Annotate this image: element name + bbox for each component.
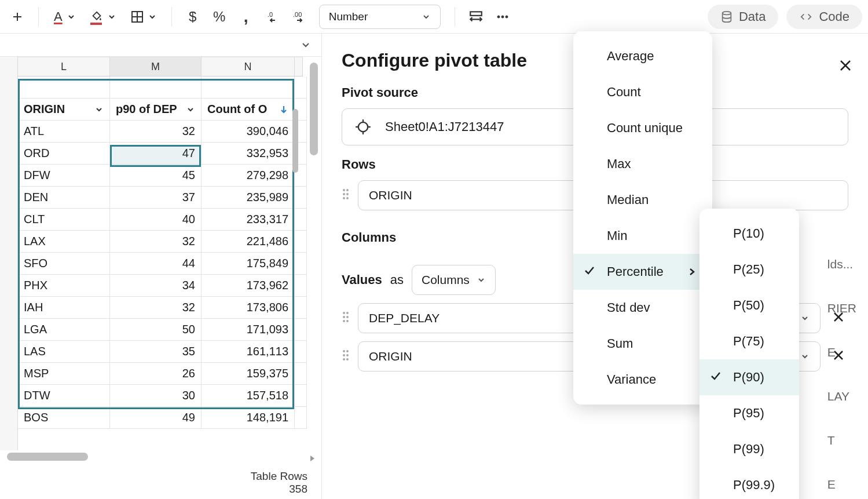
cell[interactable] (295, 363, 307, 385)
cell[interactable]: 157,518 (202, 385, 295, 407)
cell[interactable]: 37 (110, 187, 202, 209)
menu-item[interactable]: P(10) (699, 216, 799, 252)
cell[interactable]: 44 (110, 253, 202, 275)
cell[interactable] (295, 253, 307, 275)
cell[interactable]: 50 (110, 319, 202, 341)
cell[interactable] (295, 187, 307, 209)
currency-button[interactable]: $ (181, 5, 204, 28)
cell[interactable]: SFO (18, 253, 110, 275)
cell[interactable]: 40 (110, 209, 202, 231)
cell[interactable]: 235,989 (202, 187, 295, 209)
table-scrollbar[interactable] (292, 109, 298, 173)
cell[interactable]: 221,486 (202, 231, 295, 253)
field-list-item[interactable]: RIER (827, 286, 856, 330)
drag-handle-icon[interactable] (342, 311, 350, 326)
cell[interactable] (295, 341, 307, 363)
menu-item[interactable]: P(99) (699, 431, 799, 467)
menu-item[interactable]: P(75) (699, 323, 799, 359)
cell[interactable]: 35 (110, 341, 202, 363)
menu-item[interactable]: Average (573, 38, 712, 74)
cell[interactable]: 30 (110, 385, 202, 407)
menu-item[interactable]: P(99.9) (699, 467, 799, 499)
cell[interactable] (295, 275, 307, 297)
field-list-item[interactable]: lds... (827, 242, 856, 286)
cell[interactable] (110, 77, 202, 99)
cell[interactable]: 148,191 (202, 407, 295, 429)
cell[interactable]: ORD (18, 143, 110, 165)
table-column-header[interactable]: p90 of DEP (110, 99, 202, 121)
cell[interactable]: 32 (110, 121, 202, 143)
cell[interactable]: LGA (18, 319, 110, 341)
table-column-header[interactable]: ORIGIN (18, 99, 110, 121)
table-column-header[interactable]: Count of O (202, 99, 295, 121)
vertical-scrollbar[interactable] (310, 63, 318, 155)
code-chip[interactable]: Code (786, 5, 862, 29)
cell[interactable]: 32 (110, 297, 202, 319)
cell[interactable] (295, 385, 307, 407)
close-button[interactable] (838, 58, 853, 76)
cell[interactable]: 173,806 (202, 297, 295, 319)
field-list-item[interactable]: LAY (827, 374, 856, 418)
cell[interactable]: DEN (18, 187, 110, 209)
menu-item[interactable]: Count (573, 74, 712, 110)
fill-color-button[interactable] (85, 5, 122, 28)
formula-bar[interactable] (0, 34, 321, 57)
cell[interactable] (295, 77, 307, 99)
cell[interactable]: 34 (110, 275, 202, 297)
menu-item[interactable]: Max (573, 146, 712, 182)
cell[interactable]: 26 (110, 363, 202, 385)
data-chip[interactable]: Data (708, 5, 778, 29)
cell[interactable]: 32 (110, 231, 202, 253)
drag-handle-icon[interactable] (342, 349, 350, 365)
horizontal-scrollbar[interactable] (7, 453, 88, 461)
cell[interactable]: 45 (110, 165, 202, 187)
menu-item[interactable]: Std dev (573, 290, 712, 326)
cell[interactable]: 47 (110, 143, 202, 165)
cell[interactable] (202, 77, 295, 99)
column-header[interactable] (295, 57, 303, 77)
wrap-button[interactable] (464, 5, 488, 28)
grid[interactable]: ORIGIN p90 of DEP Count of O ATL32390,04… (18, 77, 321, 429)
menu-item[interactable]: Sum (573, 326, 712, 362)
field-list-item[interactable]: T (827, 418, 856, 462)
cell[interactable] (295, 231, 307, 253)
cell[interactable]: 390,046 (202, 121, 295, 143)
sort-down-icon[interactable] (279, 105, 288, 114)
cell[interactable] (18, 77, 110, 99)
add-button[interactable] (6, 5, 29, 28)
cell[interactable]: IAH (18, 297, 110, 319)
more-button[interactable] (491, 5, 514, 28)
text-color-button[interactable]: A (48, 5, 81, 28)
cell[interactable] (295, 319, 307, 341)
menu-item[interactable]: Median (573, 182, 712, 218)
menu-item[interactable]: P(50) (699, 287, 799, 323)
cell[interactable]: 332,953 (202, 143, 295, 165)
cell[interactable]: PHX (18, 275, 110, 297)
percent-button[interactable]: % (208, 5, 231, 28)
cell[interactable]: CLT (18, 209, 110, 231)
cell[interactable]: 173,962 (202, 275, 295, 297)
cell[interactable] (295, 407, 307, 429)
menu-item[interactable]: Count unique (573, 110, 712, 146)
menu-item[interactable]: Percentile (573, 254, 712, 290)
cell[interactable] (295, 209, 307, 231)
number-format-select[interactable]: Number (319, 5, 441, 29)
cell[interactable]: MSP (18, 363, 110, 385)
comma-button[interactable]: , (235, 5, 258, 28)
values-mode-select[interactable]: Columns (412, 265, 496, 295)
menu-item[interactable]: P(25) (699, 252, 799, 287)
cell[interactable]: 159,375 (202, 363, 295, 385)
cell[interactable]: 175,849 (202, 253, 295, 275)
menu-item[interactable]: P(90) (699, 359, 799, 395)
increase-decimal-button[interactable]: .00 (288, 5, 311, 28)
chevron-down-icon[interactable] (301, 40, 311, 50)
menu-item[interactable]: Variance (573, 362, 712, 398)
cell[interactable]: 233,317 (202, 209, 295, 231)
cell[interactable]: LAS (18, 341, 110, 363)
column-header[interactable]: M (110, 57, 202, 77)
borders-button[interactable] (125, 5, 162, 28)
column-header[interactable]: N (202, 57, 295, 77)
drag-handle-icon[interactable] (342, 188, 350, 203)
chevron-down-icon[interactable] (94, 105, 104, 114)
cell[interactable]: DTW (18, 385, 110, 407)
